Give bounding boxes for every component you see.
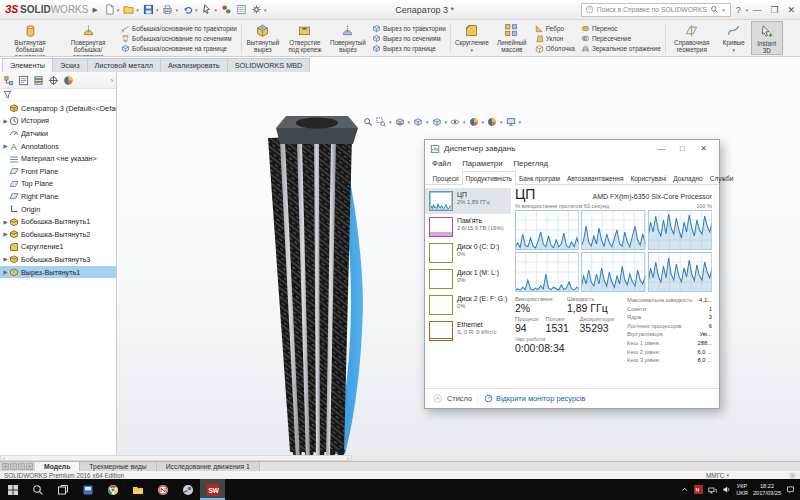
chevron-up-icon[interactable] <box>433 394 442 403</box>
tm-minimize-button[interactable]: — <box>651 140 672 157</box>
tab-Анализировать[interactable]: Анализировать <box>160 58 228 72</box>
tm-tab-Продуктивність[interactable]: Продуктивність <box>462 171 515 185</box>
search-icon[interactable] <box>710 5 719 14</box>
ribbon-button[interactable]: Бобышка/основание по сечениям <box>121 34 237 43</box>
tree-item[interactable]: ▶Бобышка-Вытянуть3 <box>0 253 116 266</box>
tm-menu-Параметри[interactable]: Параметри <box>462 159 502 168</box>
speaker-icon[interactable] <box>722 485 731 494</box>
tree-item[interactable]: ▶Бобышка-Вытянуть2 <box>0 228 116 241</box>
tab-Эскиз[interactable]: Эскиз <box>52 58 88 72</box>
tm-menu-Перегляд[interactable]: Перегляд <box>514 159 549 168</box>
tree-item[interactable]: Датчики <box>0 127 116 140</box>
dropdown-arrow-icon[interactable]: ▾ <box>175 7 178 13</box>
pt-dimxpert-tab-icon[interactable] <box>48 75 59 86</box>
tree-item[interactable]: Материал <не указан> <box>0 152 116 165</box>
perf-sidebar-disk[interactable]: Диск 2 (E: F: G:)0% <box>425 292 511 318</box>
tab-SOLIDWORKS MBD[interactable]: SOLIDWORKS MBD <box>227 58 311 72</box>
qa-new-doc-button[interactable] <box>102 2 117 17</box>
hud-cube-icon[interactable] <box>432 117 442 127</box>
action-center-icon[interactable] <box>786 485 795 494</box>
view-tab-Трехмерные виды[interactable]: Трехмерные виды <box>80 462 156 471</box>
pt-display-tab-icon[interactable] <box>63 75 74 86</box>
filter-funnel-icon[interactable] <box>3 90 12 99</box>
nav-arrow-icon[interactable]: » <box>26 463 33 470</box>
dropdown-arrow-icon[interactable]: ▾ <box>389 119 392 125</box>
taskbar-taskview-button[interactable] <box>50 479 75 500</box>
ribbon-button[interactable]: Уклон <box>535 34 575 43</box>
ribbon-button[interactable]: Скругление▾ <box>452 21 492 55</box>
qa-rebuild-button[interactable] <box>219 2 234 17</box>
ribbon-button[interactable]: Линейный массив▾ <box>492 21 532 55</box>
task-manager-window[interactable]: Диспетчер завдань —□✕ ФайлПараметриПерег… <box>424 139 720 409</box>
close-button[interactable]: ✕ <box>787 5 795 15</box>
hud-monitor-icon[interactable] <box>506 117 516 127</box>
tree-item[interactable]: Front Plane <box>0 165 116 178</box>
ribbon-button[interactable]: Отверстие под крепеж▾ <box>283 21 327 55</box>
taskbar-app-blue-button[interactable] <box>75 479 100 500</box>
ribbon-button[interactable]: Повернутый вырез <box>327 21 369 55</box>
perf-sidebar-disk[interactable]: Диск 1 (M: L:)0% <box>425 266 511 292</box>
tab-Элементы[interactable]: Элементы <box>2 58 53 72</box>
taskbar-chrome-button[interactable] <box>100 479 125 500</box>
dropdown-arrow-icon[interactable]: ▾ <box>482 119 485 125</box>
dropdown-arrow-icon[interactable]: ▾ <box>408 119 411 125</box>
dropdown-arrow-icon[interactable]: ▾ <box>156 7 159 13</box>
expander-icon[interactable]: ▶ <box>2 143 9 149</box>
network-icon[interactable] <box>708 485 717 494</box>
clock[interactable]: 18:22 2017/03/25 <box>753 483 781 496</box>
dropdown-arrow-icon[interactable]: ▾ <box>732 47 735 53</box>
qa-print-button[interactable] <box>160 2 175 17</box>
dropdown-arrow-icon[interactable]: ▾ <box>214 7 217 13</box>
tm-maximize-button[interactable]: □ <box>672 140 693 157</box>
tm-tab-Користувачі[interactable]: Користувачі <box>627 171 670 184</box>
units-dropdown-icon[interactable]: ▾ <box>726 472 729 478</box>
dropdown-arrow-icon[interactable]: ▾ <box>445 119 448 125</box>
part-model[interactable] <box>252 114 380 480</box>
hud-zoom-area-icon[interactable] <box>376 117 386 127</box>
help-search-input[interactable]: Поиск в Справке по SOLIDWORKS ▾ <box>581 3 731 17</box>
ribbon-button[interactable]: Вырез по сечениям <box>372 34 446 43</box>
perf-sidebar-disk[interactable]: Диск 0 (C: D:)0% <box>425 240 511 266</box>
taskbar-grayapp-button[interactable] <box>175 479 200 500</box>
ribbon-button[interactable]: Кривые▾ <box>717 21 751 55</box>
help-button[interactable]: ? <box>736 5 741 15</box>
view-tab-nav[interactable]: «‹›» <box>0 462 35 471</box>
taskbar-sw-red-button[interactable]: SW <box>200 479 225 500</box>
dropdown-arrow-icon[interactable]: ▾ <box>117 7 120 13</box>
qa-pointer-button[interactable] <box>199 2 214 17</box>
hud-ball-icon[interactable] <box>469 117 479 127</box>
nav-arrow-icon[interactable]: ‹ <box>10 463 17 470</box>
tag-icon[interactable] <box>789 472 796 479</box>
tab-Листовой металл[interactable]: Листовой металл <box>87 58 161 72</box>
solidworks-tray-icon[interactable] <box>694 485 703 494</box>
tree-item[interactable]: ▶Бобышка-Вытянуть1 <box>0 215 116 228</box>
nav-arrow-icon[interactable]: « <box>2 463 9 470</box>
ribbon-button[interactable]: Бобышка/основание на границе <box>121 44 237 53</box>
qa-undo-button[interactable] <box>180 2 195 17</box>
tm-tab-Банк програм[interactable]: Банк програм <box>516 171 564 184</box>
tm-menu-Файл[interactable]: Файл <box>432 159 451 168</box>
perf-sidebar-cpu[interactable]: ЦП2% 1,89 ГГц <box>425 188 511 214</box>
search-dropdown-icon[interactable]: ▾ <box>722 7 725 13</box>
tree-item[interactable]: ▶AAnnotations <box>0 140 116 153</box>
dropdown-arrow-icon[interactable]: ▾ <box>463 119 466 125</box>
taskbar-folder-button[interactable] <box>125 479 150 500</box>
perf-sidebar-net[interactable]: EthernetS: 0 R: 0 Кбіт/с <box>425 318 511 344</box>
pt-props-tab-icon[interactable] <box>18 75 29 86</box>
dropdown-arrow-icon[interactable]: ▾ <box>500 119 503 125</box>
tm-tab-Служби[interactable]: Служби <box>706 171 737 184</box>
qa-options-button[interactable] <box>249 2 264 17</box>
dropdown-arrow-icon[interactable]: ▾ <box>511 54 514 57</box>
expander-icon[interactable]: ▶ <box>2 231 9 237</box>
dropdown-arrow-icon[interactable]: ▾ <box>136 7 139 13</box>
qa-save-button[interactable] <box>141 2 156 17</box>
tm-tab-Докладно[interactable]: Докладно <box>670 171 706 184</box>
view-tab-Исследование движения 1[interactable]: Исследование движения 1 <box>157 462 260 471</box>
hud-section-icon[interactable] <box>395 117 405 127</box>
feature-tree-root[interactable]: Сепаратор 3 (Default<<Default>_Display <box>0 102 116 115</box>
qa-open-folder-button[interactable] <box>121 2 136 17</box>
pt-tree-tab-icon[interactable] <box>3 75 14 86</box>
ribbon-button[interactable]: Instant 3D <box>751 21 783 55</box>
taskbar-search-button[interactable] <box>25 479 50 500</box>
expander-icon[interactable]: ▶ <box>2 118 9 124</box>
